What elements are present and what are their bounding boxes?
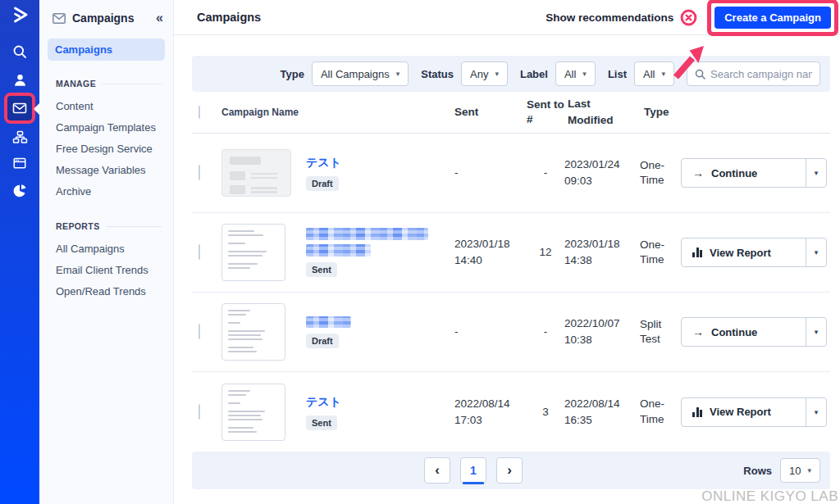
action-dropdown-caret[interactable]: ▾ [806, 398, 826, 426]
pagination-bar: ‹ 1 › Rows 10 ▾ [192, 452, 830, 489]
column-header-type: Type [640, 105, 681, 120]
list-filter-dropdown[interactable]: All ▾ [634, 61, 674, 86]
site-watermark: ONLINE KIGYO LAB [701, 489, 838, 504]
type-cell: One-Time [640, 397, 681, 426]
sent-to-cell: - [527, 325, 564, 339]
previous-page-button[interactable]: ‹ [424, 457, 450, 484]
continue-button[interactable]: → Continue [682, 318, 806, 346]
sidebar-item-all-campaigns[interactable]: All Campaigns [39, 238, 173, 259]
status-badge: Draft [306, 176, 339, 191]
caret-down-icon: ▾ [495, 70, 499, 78]
campaign-name-link[interactable]: テスト [306, 395, 341, 410]
status-badge: Sent [306, 415, 337, 430]
status-filter-dropdown[interactable]: Any ▾ [461, 61, 508, 86]
search-icon[interactable] [0, 43, 39, 60]
sent-to-cell: 12 [527, 245, 564, 260]
sent-cell: 2022/08/14 17:03 [454, 396, 527, 428]
type-filter-dropdown[interactable]: All Campaigns ▾ [312, 61, 409, 86]
sidebar-item-campaigns[interactable]: Campaigns [48, 39, 165, 61]
section-divider [107, 226, 162, 227]
row-checkbox[interactable] [199, 404, 200, 420]
type-filter-label: Type [281, 68, 304, 80]
rows-per-page-label: Rows [743, 465, 772, 477]
row-action-button-group: → Continue ▾ [681, 158, 827, 188]
sidebar-item-open-read-trends[interactable]: Open/Read Trends [39, 280, 173, 302]
caret-down-icon: ▾ [807, 466, 811, 474]
label-filter-label: Label [520, 68, 548, 80]
label-filter-dropdown[interactable]: All ▾ [555, 61, 596, 86]
rows-per-page-dropdown[interactable]: 10 ▾ [780, 458, 820, 483]
select-all-checkbox[interactable] [199, 106, 200, 119]
redacted-campaign-name [306, 316, 351, 328]
sidebar-section-reports: REPORTS [56, 221, 162, 231]
campaign-thumbnail [221, 384, 285, 441]
contacts-icon[interactable] [0, 72, 39, 88]
type-cell: Split Test [640, 317, 681, 347]
app-icon-rail [0, 0, 39, 504]
table-row: Draft - - 2022/10/07 10:38 Split Test → … [192, 293, 830, 372]
campaigns-sidebar: Campaigns « Campaigns MANAGE Content Cam… [39, 0, 174, 504]
envelope-icon [52, 13, 66, 24]
caret-down-icon: ▾ [661, 70, 665, 78]
sidebar-title: Campaigns [72, 11, 149, 25]
sidebar-section-manage: MANAGE [56, 79, 162, 89]
column-header-campaign-name: Campaign Name [221, 107, 454, 118]
last-modified-cell: 2022/08/14 16:35 [564, 396, 640, 428]
campaigns-envelope-icon[interactable] [11, 100, 28, 116]
sent-cell: - [454, 165, 527, 181]
section-divider [103, 84, 162, 84]
next-page-button[interactable]: › [496, 457, 523, 484]
column-header-last-modified: Last Modified [564, 96, 640, 128]
search-input[interactable] [710, 68, 812, 80]
last-modified-cell: 2023/01/18 14:38 [564, 236, 640, 268]
row-action-button-group: → Continue ▾ [681, 317, 827, 347]
row-checkbox[interactable] [199, 165, 200, 180]
redacted-campaign-name [306, 228, 428, 240]
column-header-sent-to: Sent to # [527, 98, 564, 126]
page-header: Campaigns Show recommendations Create a … [174, 0, 840, 35]
arrow-right-icon: → [692, 325, 704, 338]
campaign-thumbnail [221, 303, 285, 361]
sidebar-item-archive[interactable]: Archive [39, 180, 173, 202]
action-dropdown-caret[interactable]: ▾ [806, 159, 826, 187]
show-recommendations-toggle[interactable]: Show recommendations [546, 11, 673, 24]
sidebar-item-email-client-trends[interactable]: Email Client Trends [39, 259, 173, 280]
collapse-sidebar-icon[interactable]: « [156, 11, 163, 25]
caret-down-icon: ▾ [582, 70, 587, 78]
sent-cell: - [454, 324, 527, 340]
view-report-button[interactable]: View Report [682, 238, 806, 266]
sidebar-item-message-variables[interactable]: Message Variables [39, 159, 173, 180]
sidebar-item-content[interactable]: Content [39, 95, 173, 116]
last-modified-cell: 2023/01/24 09:03 [564, 157, 640, 188]
recommendations-off-circle-x-icon[interactable] [680, 9, 697, 26]
automations-icon[interactable] [0, 129, 39, 145]
create-campaign-button[interactable]: Create a Campaign [714, 7, 831, 29]
arrow-right-icon: → [692, 166, 704, 179]
campaign-name-link[interactable]: テスト [306, 156, 341, 170]
create-campaign-annotation-box: Create a Campaign [707, 0, 838, 36]
view-report-button[interactable]: View Report [682, 398, 806, 426]
bar-chart-icon [692, 247, 702, 257]
sent-cell: 2023/01/18 14:40 [454, 236, 527, 268]
redacted-campaign-name [306, 244, 371, 257]
reports-pie-icon[interactable] [0, 184, 39, 198]
site-pages-icon[interactable] [0, 156, 39, 170]
campaign-thumbnail [221, 149, 291, 197]
type-cell: One-Time [640, 158, 681, 188]
sidebar-item-free-design-service[interactable]: Free Design Service [39, 138, 173, 159]
sent-to-cell: - [527, 166, 564, 180]
app-logo-icon[interactable] [0, 6, 39, 24]
row-checkbox[interactable] [199, 324, 200, 339]
current-page-button[interactable]: 1 [460, 457, 486, 484]
action-dropdown-caret[interactable]: ▾ [806, 238, 826, 266]
action-dropdown-caret[interactable]: ▾ [806, 318, 826, 346]
sidebar-item-campaign-templates[interactable]: Campaign Templates [39, 116, 173, 138]
row-checkbox[interactable] [199, 244, 200, 260]
table-row: Sent 2023/01/18 14:40 12 2023/01/18 14:3… [192, 213, 830, 293]
row-action-button-group: View Report ▾ [681, 238, 827, 267]
list-filter-label: List [608, 68, 627, 80]
page-title: Campaigns [197, 11, 261, 24]
sent-to-cell: 3 [527, 405, 564, 420]
table-row: テスト Draft - - 2023/01/24 09:03 One-Time … [192, 134, 830, 213]
continue-button[interactable]: → Continue [682, 159, 806, 187]
